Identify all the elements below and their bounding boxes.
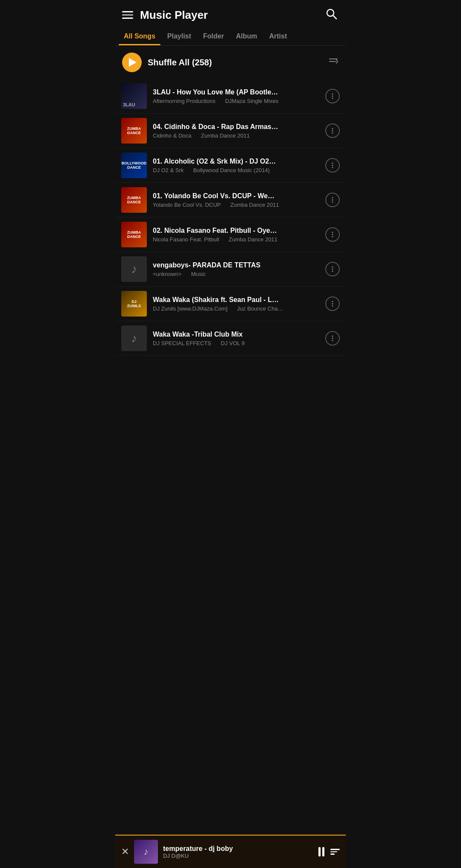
tab-folder[interactable]: Folder — [198, 28, 229, 45]
main-content: Shuffle All (258) 3LAU 3LAU - How You Lo… — [115, 46, 346, 394]
svg-point-15 — [332, 202, 333, 203]
song-thumbnail: DJZUNILS — [121, 291, 147, 317]
svg-point-5 — [332, 96, 333, 97]
song-meta: DJ Zunils [www.DJMaza.Com] Juz Bounce Ch… — [153, 305, 319, 312]
song-meta: Aftermorning Productions DJMaza Single M… — [153, 98, 319, 104]
svg-point-18 — [332, 236, 333, 238]
svg-point-11 — [332, 165, 333, 166]
svg-point-26 — [332, 338, 333, 339]
song-info: 01. Yolando Be Cool Vs. DCUP - We… Yolan… — [153, 192, 319, 208]
svg-point-22 — [332, 301, 333, 302]
tab-all-songs[interactable]: All Songs — [119, 28, 160, 45]
svg-point-14 — [332, 199, 333, 201]
song-title: 04. Cidinho & Doca - Rap Das Armas… — [153, 123, 319, 131]
svg-point-7 — [332, 128, 333, 129]
tab-artist[interactable]: Artist — [264, 28, 292, 45]
list-item[interactable]: BOLLYWOODDANCE 01. Alcoholic (O2 & Srk M… — [115, 148, 346, 183]
more-options-button[interactable] — [325, 123, 340, 138]
more-options-button[interactable] — [325, 227, 340, 242]
more-options-button[interactable] — [325, 262, 340, 276]
svg-point-6 — [332, 98, 333, 99]
shuffle-row: Shuffle All (258) — [115, 46, 346, 79]
svg-point-19 — [332, 267, 333, 268]
song-meta: <unknown> Music — [153, 271, 319, 277]
song-title: 01. Yolando Be Cool Vs. DCUP - We… — [153, 192, 319, 200]
song-title: 01. Alcoholic (O2 & Srk Mix) - DJ O2… — [153, 158, 319, 165]
more-options-button[interactable] — [325, 193, 340, 207]
play-triangle-icon — [129, 58, 137, 67]
song-list: 3LAU 3LAU - How You Love Me (AP Bootle… … — [115, 79, 346, 356]
svg-point-10 — [332, 163, 333, 164]
list-item[interactable]: ♪ vengaboys- PARADA DE TETTAS <unknown> … — [115, 252, 346, 287]
list-item[interactable]: DJZUNILS Waka Waka (Shakira ft. Sean Pau… — [115, 287, 346, 321]
sort-icon[interactable] — [328, 56, 339, 69]
song-title: vengaboys- PARADA DE TETTAS — [153, 261, 319, 269]
song-meta: Cidinho & Doca Zumba Dance 2011 — [153, 132, 319, 139]
song-title: Waka Waka (Shakira ft. Sean Paul - L… — [153, 296, 319, 304]
svg-point-16 — [332, 232, 333, 233]
app-title: Music Player — [140, 9, 208, 22]
tab-playlist[interactable]: Playlist — [162, 28, 196, 45]
svg-point-9 — [332, 132, 333, 134]
svg-point-25 — [332, 336, 333, 337]
song-info: 01. Alcoholic (O2 & Srk Mix) - DJ O2… DJ… — [153, 158, 319, 173]
app-header: Music Player — [115, 0, 346, 28]
svg-point-12 — [332, 167, 333, 168]
svg-point-20 — [332, 269, 333, 270]
song-title: 3LAU - How You Love Me (AP Bootle… — [153, 88, 319, 96]
song-info: Waka Waka (Shakira ft. Sean Paul - L… DJ… — [153, 296, 319, 312]
tab-album[interactable]: Album — [231, 28, 263, 45]
song-thumbnail: ♪ — [121, 326, 147, 351]
header-left: Music Player — [122, 9, 208, 22]
song-thumbnail: ♪ — [121, 256, 147, 282]
svg-point-27 — [332, 340, 333, 341]
song-thumbnail: ZUMBADANCE — [121, 187, 147, 213]
song-info: 04. Cidinho & Doca - Rap Das Armas… Cidi… — [153, 123, 319, 139]
song-thumbnail: ZUMBADANCE — [121, 118, 147, 144]
song-info: vengaboys- PARADA DE TETTAS <unknown> Mu… — [153, 261, 319, 277]
list-item[interactable]: ZUMBADANCE 04. Cidinho & Doca - Rap Das … — [115, 114, 346, 148]
search-icon[interactable] — [325, 8, 337, 22]
svg-point-24 — [332, 305, 333, 307]
song-meta: Yolando Be Cool Vs. DCUP Zumba Dance 201… — [153, 202, 319, 208]
song-title: Waka Waka -Tribal Club Mix — [153, 331, 319, 338]
svg-point-23 — [332, 303, 333, 305]
shuffle-label: Shuffle All (258) — [148, 58, 212, 67]
menu-icon[interactable] — [122, 11, 133, 19]
song-thumbnail: ZUMBADANCE — [121, 222, 147, 247]
more-options-button[interactable] — [325, 89, 340, 103]
song-meta: DJ O2 & Srk Bollywood Dance Music (2014) — [153, 167, 319, 173]
list-item[interactable]: ZUMBADANCE 02. Nicola Fasano Feat. Pitbu… — [115, 217, 346, 252]
svg-point-13 — [332, 197, 333, 199]
more-options-button[interactable] — [325, 158, 340, 173]
shuffle-left: Shuffle All (258) — [122, 53, 212, 72]
svg-point-17 — [332, 234, 333, 235]
song-info: Waka Waka -Tribal Club Mix DJ SPECIAL EF… — [153, 331, 319, 346]
song-info: 02. Nicola Fasano Feat. Pitbull - Oye… N… — [153, 227, 319, 243]
more-options-button[interactable] — [325, 331, 340, 346]
song-title: 02. Nicola Fasano Feat. Pitbull - Oye… — [153, 227, 319, 235]
list-item[interactable]: ZUMBADANCE 01. Yolando Be Cool Vs. DCUP … — [115, 183, 346, 217]
svg-point-4 — [332, 94, 333, 95]
tab-bar: All Songs Playlist Folder Album Artist — [115, 28, 346, 46]
list-item[interactable]: 3LAU 3LAU - How You Love Me (AP Bootle… … — [115, 79, 346, 114]
list-item[interactable]: ♪ Waka Waka -Tribal Club Mix DJ SPECIAL … — [115, 321, 346, 356]
song-meta: Nicola Fasano Feat. Pitbull Zumba Dance … — [153, 236, 319, 243]
svg-point-21 — [332, 271, 333, 272]
song-meta: DJ SPECIAL EFFECTS DJ VOL 9 — [153, 340, 319, 346]
shuffle-play-button[interactable] — [122, 53, 142, 72]
song-thumbnail: BOLLYWOODDANCE — [121, 152, 147, 178]
song-thumbnail: 3LAU — [121, 83, 147, 109]
song-info: 3LAU - How You Love Me (AP Bootle… After… — [153, 88, 319, 104]
svg-point-8 — [332, 130, 333, 132]
svg-line-1 — [333, 15, 336, 19]
more-options-button[interactable] — [325, 296, 340, 311]
